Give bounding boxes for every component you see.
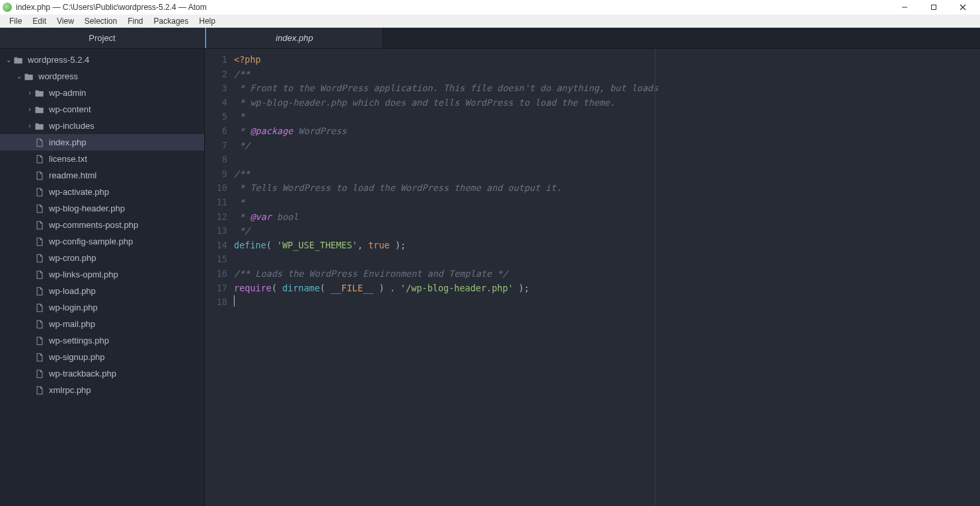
folder-icon	[24, 72, 34, 81]
code-token: '/wp-blog-header.php'	[400, 283, 513, 293]
tree-file-readme-html[interactable]: readme.html	[0, 167, 204, 184]
tree-folder-wp-admin[interactable]: ›wp-admin	[0, 85, 204, 101]
tree-item-label: license.txt	[49, 154, 87, 164]
tree-item-label: wp-admin	[49, 88, 86, 98]
code-line[interactable]: * @var bool	[234, 210, 980, 225]
tree-file-wp-trackback-php[interactable]: wp-trackback.php	[0, 365, 204, 382]
code-line[interactable]: <?php	[234, 53, 980, 67]
minimize-button[interactable]	[890, 0, 919, 15]
code-token: );	[390, 240, 406, 250]
tree-file-wp-login-php[interactable]: wp-login.php	[0, 299, 204, 316]
file-icon	[34, 287, 45, 296]
line-number: 8	[205, 153, 227, 167]
code-area[interactable]: <?php/** * Front to the WordPress applic…	[234, 49, 980, 506]
file-icon	[34, 369, 45, 379]
tree-file-wp-load-php[interactable]: wp-load.php	[0, 283, 204, 299]
code-token: *	[234, 197, 245, 207]
line-number: 16	[205, 267, 227, 281]
code-token: * Tells WordPress to load the WordPress …	[234, 182, 562, 193]
tree-item-label: wp-config-sample.php	[49, 236, 133, 246]
code-token: */	[234, 225, 250, 236]
tree-file-index-php[interactable]: index.php	[0, 134, 204, 151]
code-token: (	[272, 283, 282, 293]
code-line[interactable]: * wp-blog-header.php which does and tell…	[234, 96, 980, 110]
code-token: * Front to the WordPress application. Th…	[234, 83, 658, 93]
tree-item-label: wp-comments-post.php	[49, 220, 138, 230]
tree-file-wp-cron-php[interactable]: wp-cron.php	[0, 250, 204, 266]
tree-folder-wordpress[interactable]: ⌄wordpress	[0, 68, 204, 85]
code-line[interactable]: *	[234, 110, 980, 124]
menu-help[interactable]: Help	[194, 16, 221, 26]
tree-file-wp-signup-php[interactable]: wp-signup.php	[0, 349, 204, 365]
code-line[interactable]: define( 'WP_USE_THEMES', true );	[234, 238, 980, 253]
tree-file-wp-blog-header-php[interactable]: wp-blog-header.php	[0, 200, 204, 217]
atom-app-icon	[3, 3, 12, 12]
tree-file-license-txt[interactable]: license.txt	[0, 151, 204, 167]
code-token: 'WP_USE_THEMES'	[277, 240, 358, 250]
code-line[interactable]: * Front to the WordPress application. Th…	[234, 81, 980, 96]
tree-folder-wp-content[interactable]: ›wp-content	[0, 101, 204, 118]
code-line[interactable]: */	[234, 224, 980, 238]
menu-view[interactable]: View	[52, 16, 79, 26]
text-cursor	[234, 295, 235, 307]
code-line[interactable]: /**	[234, 167, 980, 182]
folder-icon	[34, 89, 45, 98]
file-tree[interactable]: ⌄wordpress-5.2.4⌄wordpress›wp-admin›wp-c…	[0, 49, 204, 506]
menu-packages[interactable]: Packages	[149, 16, 194, 26]
tree-file-wp-comments-post-php[interactable]: wp-comments-post.php	[0, 217, 204, 233]
code-line[interactable]	[234, 153, 980, 167]
line-number: 11	[205, 196, 227, 210]
code-line[interactable]	[234, 252, 980, 267]
line-number: 4	[205, 96, 227, 110]
code-line[interactable]: /**	[234, 67, 980, 82]
code-token: (	[320, 283, 330, 293]
editor-tab-index-php[interactable]: index.php	[205, 28, 383, 48]
line-number: 7	[205, 139, 227, 153]
file-icon	[34, 303, 45, 312]
tree-file-wp-activate-php[interactable]: wp-activate.php	[0, 184, 204, 200]
tree-item-label: wp-trackback.php	[49, 369, 116, 379]
code-line[interactable]: /** Loads the WordPress Environment and …	[234, 267, 980, 281]
close-button[interactable]	[948, 0, 977, 15]
tree-file-xmlrpc-php[interactable]: xmlrpc.php	[0, 382, 204, 398]
tree-item-label: wp-content	[49, 104, 91, 114]
code-token: <?php	[234, 54, 261, 65]
code-token: WordPress	[293, 126, 346, 136]
code-token: @package	[250, 126, 293, 136]
code-line[interactable]: */	[234, 139, 980, 153]
file-icon	[34, 270, 45, 279]
menu-file[interactable]: File	[4, 16, 27, 26]
tree-folder-wordpress-5-2-4[interactable]: ⌄wordpress-5.2.4	[0, 52, 204, 68]
text-editor[interactable]: 123456789101112131415161718 <?php/** * F…	[205, 49, 980, 506]
maximize-button[interactable]	[919, 0, 948, 15]
menu-find[interactable]: Find	[122, 16, 148, 26]
chevron-icon: ›	[25, 106, 34, 113]
svg-rect-1	[932, 5, 936, 10]
tree-item-label: wordpress	[38, 71, 78, 81]
line-number: 15	[205, 252, 227, 267]
code-token: .	[390, 283, 395, 293]
tree-item-label: wp-links-opml.php	[49, 270, 118, 279]
file-icon	[34, 204, 45, 213]
code-line[interactable]: * @package WordPress	[234, 124, 980, 139]
code-line[interactable]: * Tells WordPress to load the WordPress …	[234, 181, 980, 196]
code-line[interactable]: require( dirname( __FILE__ ) . '/wp-blog…	[234, 281, 980, 296]
line-number: 17	[205, 281, 227, 296]
tree-file-wp-config-sample-php[interactable]: wp-config-sample.php	[0, 233, 204, 250]
menu-edit[interactable]: Edit	[27, 16, 52, 26]
tree-file-wp-settings-php[interactable]: wp-settings.php	[0, 332, 204, 349]
wrap-guide	[655, 49, 656, 506]
menubar: FileEditViewSelectionFindPackagesHelp	[0, 15, 980, 28]
tree-item-label: readme.html	[49, 170, 96, 180]
file-icon	[34, 138, 45, 147]
tree-file-wp-mail-php[interactable]: wp-mail.php	[0, 316, 204, 332]
code-token: *	[234, 211, 250, 222]
file-icon	[34, 386, 45, 395]
tree-item-label: wp-cron.php	[49, 253, 96, 263]
code-line[interactable]: *	[234, 196, 980, 210]
code-line[interactable]	[234, 295, 980, 310]
tree-folder-wp-includes[interactable]: ›wp-includes	[0, 118, 204, 134]
code-token: require	[234, 283, 272, 293]
menu-selection[interactable]: Selection	[79, 16, 122, 26]
tree-file-wp-links-opml-php[interactable]: wp-links-opml.php	[0, 266, 204, 283]
